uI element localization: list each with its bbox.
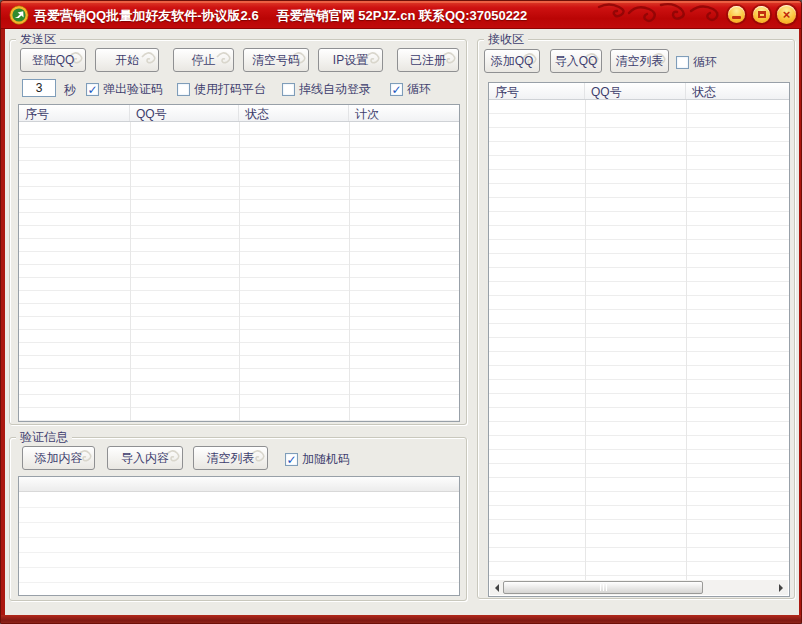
- checkbox-popup-captcha[interactable]: ✓ 弹出验证码: [86, 81, 163, 98]
- close-icon: ×: [783, 8, 791, 21]
- checkbox-random-code[interactable]: ✓ 加随机码: [285, 451, 350, 468]
- grid-line: [686, 100, 687, 580]
- import-qq-button[interactable]: 导入QQ: [550, 49, 602, 73]
- send-table[interactable]: 序号 QQ号 状态 计次: [18, 104, 460, 422]
- verify-list-body[interactable]: [19, 493, 459, 595]
- scroll-thumb[interactable]: [503, 581, 703, 594]
- add-qq-button[interactable]: 添加QQ: [484, 49, 540, 73]
- ip-settings-button[interactable]: IP设置: [318, 48, 383, 72]
- maximize-button[interactable]: [753, 6, 770, 23]
- clear-content-list-button[interactable]: 清空列表: [193, 446, 268, 470]
- grid-line: [130, 122, 131, 421]
- send-table-body[interactable]: [19, 122, 459, 421]
- receive-table[interactable]: 序号 QQ号 状态: [488, 82, 790, 597]
- send-area-label: 发送区: [16, 32, 60, 46]
- minimize-button[interactable]: [728, 6, 745, 23]
- verify-area-label: 验证信息: [16, 430, 72, 444]
- column-header[interactable]: QQ号: [130, 105, 239, 121]
- stop-button[interactable]: 停止: [173, 48, 234, 72]
- grid-line: [349, 122, 350, 421]
- window-title-main: 吾爱营销QQ批量加好友软件-协议版2.6: [34, 8, 259, 23]
- app-window: 吾爱营销QQ批量加好友软件-协议版2.6吾爱营销官网 52PJZ.cn 联系QQ…: [0, 0, 802, 624]
- add-content-button[interactable]: 添加内容: [22, 446, 95, 470]
- interval-unit-label: 秒: [64, 82, 76, 99]
- receive-table-header[interactable]: 序号 QQ号 状态: [489, 83, 789, 100]
- window-title: 吾爱营销QQ批量加好友软件-协议版2.6吾爱营销官网 52PJZ.cn 联系QQ…: [34, 7, 527, 25]
- checkbox-box-icon: [177, 83, 190, 96]
- app-icon: [9, 5, 29, 25]
- checkbox-send-loop[interactable]: ✓ 循环: [390, 81, 431, 98]
- clear-numbers-button[interactable]: 清空号码: [243, 48, 309, 72]
- verify-list-header: [19, 477, 459, 492]
- receive-table-body[interactable]: [489, 100, 789, 580]
- checkbox-box-icon: [676, 56, 689, 69]
- send-table-header[interactable]: 序号 QQ号 状态 计次: [19, 105, 459, 122]
- scroll-left-arrow[interactable]: [490, 580, 504, 595]
- column-header[interactable]: 状态: [239, 105, 349, 121]
- grid-line: [239, 122, 240, 421]
- close-button[interactable]: ×: [777, 5, 796, 24]
- checkbox-box-icon: ✓: [390, 83, 403, 96]
- import-content-button[interactable]: 导入内容: [107, 446, 183, 470]
- receive-area-label: 接收区: [484, 32, 528, 46]
- client-area: 发送区 登陆QQ 开始 停止 清空号码 IP设置 已注册 秒: [5, 29, 799, 617]
- registered-button[interactable]: 已注册: [397, 48, 459, 72]
- checkbox-receive-loop[interactable]: 循环: [676, 54, 717, 71]
- interval-seconds-input[interactable]: [22, 79, 56, 97]
- column-header[interactable]: 序号: [19, 105, 130, 121]
- checkbox-box-icon: ✓: [86, 83, 99, 96]
- start-button[interactable]: 开始: [95, 48, 159, 72]
- column-header[interactable]: QQ号: [585, 83, 686, 99]
- checkbox-captcha-platform[interactable]: 使用打码平台: [177, 81, 266, 98]
- checkbox-auto-relogin[interactable]: 掉线自动登录: [282, 81, 371, 98]
- checkbox-box-icon: [282, 83, 295, 96]
- column-header[interactable]: 状态: [686, 83, 789, 99]
- grid-line: [585, 100, 586, 580]
- button-swirl-icon: [214, 49, 232, 67]
- checkbox-box-icon: ✓: [285, 453, 298, 466]
- maximize-icon: [758, 11, 766, 18]
- titlebar-swirl-decoration-icon: [595, 1, 725, 29]
- scroll-right-arrow[interactable]: [774, 580, 788, 595]
- receive-area-group: 接收区 添加QQ 导入QQ 清空列表 循环 序号 QQ号 状态: [477, 39, 795, 599]
- horizontal-scrollbar[interactable]: [490, 580, 788, 595]
- clear-qq-list-button[interactable]: 清空列表: [610, 49, 669, 73]
- button-swirl-icon: [139, 49, 157, 67]
- verify-list[interactable]: [18, 476, 460, 596]
- minimize-icon: [732, 16, 741, 19]
- login-qq-button[interactable]: 登陆QQ: [20, 48, 86, 72]
- send-area-group: 发送区 登陆QQ 开始 停止 清空号码 IP设置 已注册 秒: [9, 39, 467, 425]
- column-header[interactable]: 计次: [349, 105, 459, 121]
- title-bar[interactable]: 吾爱营销QQ批量加好友软件-协议版2.6吾爱营销官网 52PJZ.cn 联系QQ…: [1, 1, 802, 29]
- window-title-extra: 吾爱营销官网 52PJZ.cn 联系QQ:37050222: [277, 8, 528, 23]
- verify-area-group: 验证信息 添加内容 导入内容 清空列表 ✓ 加随机码: [9, 437, 467, 601]
- column-header[interactable]: 序号: [489, 83, 585, 99]
